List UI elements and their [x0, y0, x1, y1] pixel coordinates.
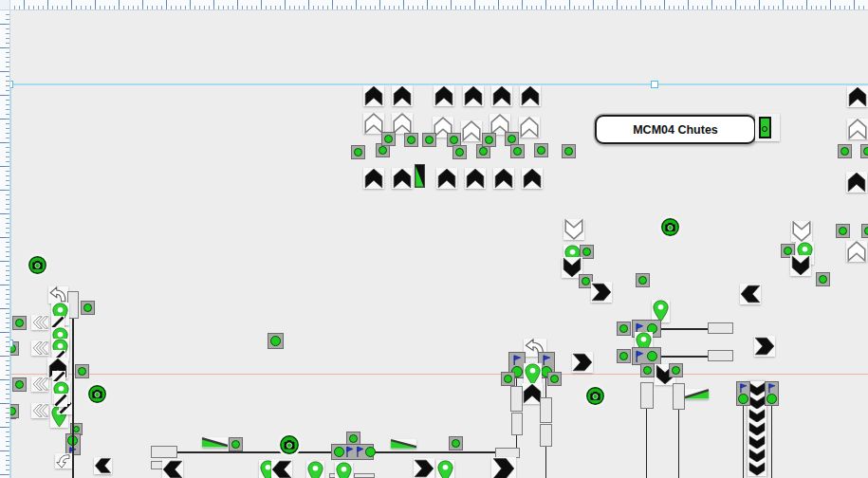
flow-chevron-outline-down — [791, 221, 812, 242]
selection-handle[interactable] — [651, 81, 658, 88]
flow-chevron-outline-up — [363, 113, 384, 134]
status-indicator[interactable] — [482, 133, 496, 147]
ruler-corner — [0, 0, 10, 10]
status-dot — [270, 336, 281, 346]
status-indicator[interactable] — [836, 224, 850, 238]
sensor-flag-icon[interactable] — [766, 382, 777, 394]
turn-arrow-icon — [55, 453, 72, 469]
flow-chevron-outline-up — [392, 113, 413, 134]
status-indicator[interactable] — [365, 447, 376, 457]
sensor-flag-icon[interactable] — [344, 445, 355, 458]
status-indicator[interactable] — [647, 351, 657, 361]
status-indicator[interactable] — [510, 144, 525, 158]
location-pin-icon[interactable] — [306, 461, 324, 478]
camera-icon[interactable] — [661, 218, 679, 236]
connector-line — [661, 356, 708, 358]
status-indicator[interactable] — [381, 132, 396, 146]
status-indicator[interactable] — [75, 364, 89, 378]
ruler-horizontal[interactable] — [0, 0, 868, 10]
status-dot — [863, 147, 868, 156]
status-indicator[interactable] — [617, 322, 631, 336]
flow-chevron-outline-up — [519, 117, 540, 138]
flow-chevron-up — [392, 168, 413, 189]
conveyor-segment — [510, 386, 523, 412]
connector-line — [771, 406, 772, 478]
status-indicator[interactable] — [12, 316, 27, 330]
status-dot — [550, 375, 559, 383]
gate-indicator[interactable] — [415, 164, 425, 188]
status-indicator[interactable] — [860, 144, 868, 158]
status-indicator[interactable] — [351, 145, 365, 159]
status-indicator[interactable] — [547, 372, 562, 386]
status-indicator[interactable] — [669, 363, 683, 377]
status-indicator[interactable] — [229, 437, 243, 451]
status-dot — [354, 148, 362, 156]
status-indicator[interactable] — [617, 349, 631, 363]
connector-line — [545, 447, 546, 478]
camera-icon[interactable] — [586, 387, 604, 405]
status-dot — [452, 439, 460, 448]
status-indicator[interactable] — [12, 377, 27, 392]
status-dot — [643, 366, 652, 375]
status-indicator[interactable] — [636, 273, 650, 287]
status-indicator[interactable] — [534, 143, 548, 157]
status-indicator[interactable] — [452, 145, 467, 159]
status-indicator[interactable] — [334, 447, 344, 457]
gate-valve-indicator[interactable] — [759, 117, 771, 138]
status-indicator[interactable] — [81, 301, 95, 315]
status-indicator[interactable] — [738, 394, 748, 404]
status-indicator[interactable] — [640, 363, 655, 377]
flow-chevron-down — [748, 422, 766, 436]
conveyor-segment — [511, 413, 523, 435]
status-dot — [513, 147, 522, 156]
connector-line — [545, 378, 546, 398]
sensor-flag-icon[interactable] — [541, 354, 552, 366]
status-indicator[interactable] — [562, 144, 576, 158]
status-indicator[interactable] — [838, 144, 852, 158]
flow-chevron-up — [493, 168, 514, 189]
ruler-vertical[interactable] — [0, 0, 10, 478]
camera-icon[interactable] — [28, 256, 46, 274]
status-indicator[interactable] — [268, 333, 284, 349]
sensor-flag-icon[interactable] — [511, 354, 523, 366]
flow-chevron-down — [748, 395, 766, 410]
status-dot — [784, 247, 792, 255]
status-dot — [504, 375, 512, 383]
flow-chevron-up — [520, 85, 541, 106]
flow-chevron-up — [491, 85, 512, 106]
status-dot — [619, 352, 628, 360]
location-pin-icon[interactable] — [335, 462, 353, 478]
flow-chevron-right — [491, 457, 516, 478]
status-indicator[interactable] — [422, 133, 436, 147]
status-dot — [83, 303, 92, 312]
guide-line — [9, 374, 868, 375]
flow-chevron-up — [846, 172, 867, 193]
flow-chevron-right — [572, 352, 593, 373]
status-dot — [450, 136, 458, 144]
sensor-flag-icon[interactable] — [355, 445, 365, 458]
status-indicator[interactable] — [861, 224, 868, 238]
status-indicator[interactable] — [449, 436, 463, 450]
chute-group-label[interactable]: MCM04 Chutes — [595, 115, 756, 144]
flow-chevron-down — [748, 449, 766, 463]
valve-stem-icon — [762, 126, 767, 132]
status-indicator[interactable] — [501, 372, 515, 386]
double-chevron-left-icon — [31, 403, 48, 418]
status-indicator[interactable] — [404, 133, 418, 147]
location-pin-icon[interactable] — [436, 460, 454, 478]
status-dot — [508, 135, 516, 143]
camera-icon[interactable] — [88, 385, 106, 403]
flow-chevron-left — [740, 284, 761, 304]
status-dot — [485, 136, 493, 144]
sensor-flag-icon[interactable] — [738, 382, 748, 394]
status-indicator[interactable] — [766, 394, 777, 404]
flow-chevron-up — [463, 85, 484, 106]
flow-chevron-right — [591, 282, 612, 303]
status-indicator[interactable] — [816, 272, 830, 286]
sensor-flag-icon[interactable] — [634, 349, 645, 363]
valve-panel — [755, 114, 780, 141]
flow-chevron-up — [465, 168, 486, 189]
connector-line — [678, 410, 679, 478]
flow-chevron-up — [436, 168, 457, 189]
camera-icon[interactable] — [280, 435, 299, 454]
